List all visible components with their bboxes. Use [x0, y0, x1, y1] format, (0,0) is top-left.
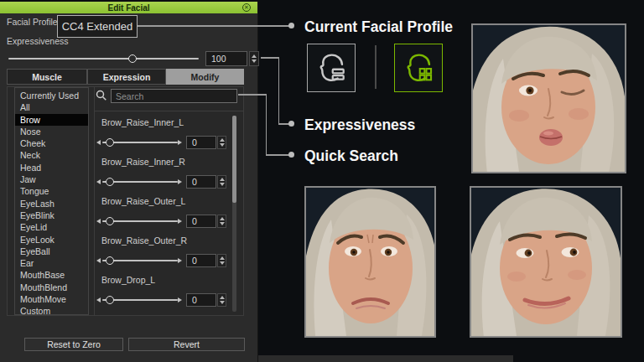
slider-value: 0 — [192, 137, 197, 147]
category-item[interactable]: Neck — [15, 149, 88, 161]
revert-button[interactable]: Revert — [128, 338, 245, 351]
slider-handle[interactable] — [106, 256, 114, 265]
slider-handle[interactable] — [106, 296, 114, 304]
panel-title: Edit Facial — [107, 3, 149, 13]
category-item[interactable]: Ear — [15, 257, 88, 269]
category-item[interactable]: MouthBlend — [15, 282, 88, 293]
tab-muscle[interactable]: Muscle — [7, 69, 87, 85]
tab-label: Modify — [191, 72, 220, 82]
slider-stepper[interactable] — [217, 175, 226, 189]
slider-stepper[interactable] — [217, 293, 226, 307]
slider-value-field[interactable]: 0 — [186, 293, 216, 307]
button-label: Reset to Zero — [47, 339, 101, 349]
annotation-quick-search: Quick Search — [304, 147, 398, 165]
slider-handle[interactable] — [106, 178, 114, 186]
stepper-up-icon[interactable] — [220, 138, 225, 142]
stepper-up-icon[interactable] — [220, 256, 225, 260]
slider-stepper[interactable] — [217, 215, 226, 228]
slider-value-field[interactable]: 0 — [186, 136, 216, 149]
slider-left-arrow-icon[interactable] — [96, 219, 101, 224]
stepper-up-icon[interactable] — [220, 178, 225, 181]
slider-left-arrow-icon[interactable] — [96, 179, 101, 184]
preview-image-smile — [470, 186, 622, 338]
category-item[interactable]: EyeBall — [15, 246, 88, 257]
slider-left-arrow-icon[interactable] — [96, 140, 101, 145]
category-item[interactable]: MouthBase — [15, 269, 88, 281]
slider-handle[interactable] — [106, 138, 114, 147]
slider-left-arrow-icon[interactable] — [96, 258, 101, 263]
connector-line — [278, 57, 280, 124]
category-item-selected[interactable]: Brow — [15, 114, 88, 126]
slider-value-field[interactable]: 0 — [186, 254, 216, 267]
category-item[interactable]: EyeLash — [15, 198, 88, 209]
category-item[interactable]: Head — [15, 162, 88, 173]
window-bottom-strip — [258, 355, 513, 362]
standard-profile-icon-box — [307, 44, 356, 92]
slider-value-field[interactable]: 0 — [186, 175, 216, 189]
slider-value: 0 — [192, 177, 197, 187]
slider-label: Brow_Raise_Outer_L — [101, 196, 227, 206]
tab-expression[interactable]: Expression — [87, 69, 166, 85]
slider-stepper[interactable] — [217, 254, 226, 267]
slider-value: 0 — [192, 216, 197, 226]
slider-right-arrow-icon[interactable] — [178, 179, 182, 184]
category-item[interactable]: Jaw — [15, 173, 88, 185]
stepper-down-icon[interactable] — [252, 59, 257, 63]
connector-line — [266, 154, 292, 156]
stepper-up-icon[interactable] — [220, 217, 225, 220]
face-profile-grid-icon — [401, 50, 436, 85]
connector-bullet — [288, 152, 294, 158]
slider-right-arrow-icon[interactable] — [178, 219, 182, 224]
annotation-current-facial-profile: Current Facial Profile — [304, 18, 453, 36]
facial-profile-label: Facial Profile : — [7, 17, 63, 27]
expressiveness-value: 100 — [211, 54, 226, 64]
stepper-down-icon[interactable] — [220, 261, 225, 265]
slider-right-arrow-icon[interactable] — [178, 297, 182, 303]
category-item[interactable]: EyeLid — [15, 221, 88, 233]
category-item[interactable]: All — [15, 101, 88, 113]
stepper-down-icon[interactable] — [220, 143, 225, 147]
slider-stepper[interactable] — [217, 136, 226, 149]
facial-profile-value: CC4 Extended — [62, 20, 133, 33]
expressiveness-slider-handle[interactable] — [128, 54, 137, 63]
stepper-down-icon[interactable] — [220, 222, 225, 225]
stepper-down-icon[interactable] — [220, 183, 225, 186]
connector-bullet — [288, 23, 294, 28]
content-divider — [94, 87, 95, 315]
reset-to-zero-button[interactable]: Reset to Zero — [24, 338, 123, 351]
edit-facial-panel: Edit Facial ✕ Facial Profile : Expressiv… — [0, 2, 258, 362]
category-item[interactable]: Cheek — [15, 137, 88, 149]
connector-line — [238, 94, 267, 96]
category-item[interactable]: Nose — [15, 126, 88, 137]
screen: Edit Facial ✕ Facial Profile : Expressiv… — [0, 0, 644, 362]
expressiveness-slider-track[interactable] — [8, 58, 199, 59]
panel-titlebar[interactable]: Edit Facial ✕ — [0, 2, 257, 13]
connector-bullet — [288, 121, 294, 127]
category-item[interactable]: Tongue — [15, 185, 88, 197]
preview-image-worried — [304, 186, 436, 338]
close-icon[interactable]: ✕ — [242, 3, 251, 12]
slider-value-field[interactable]: 0 — [186, 215, 216, 228]
stepper-up-icon[interactable] — [220, 296, 225, 299]
slider-handle[interactable] — [106, 217, 114, 225]
tab-modify[interactable]: Modify — [166, 69, 244, 85]
connector-line — [138, 25, 291, 27]
category-item[interactable]: Custom — [15, 305, 88, 317]
scrollbar-thumb[interactable] — [232, 116, 236, 203]
icon-divider — [375, 45, 377, 89]
expressiveness-value-field[interactable]: 100 — [205, 51, 247, 66]
connector-line — [266, 94, 267, 155]
search-input[interactable] — [111, 89, 237, 103]
stepper-up-icon[interactable] — [252, 54, 257, 58]
category-item[interactable]: Currently Used — [15, 90, 88, 101]
category-item[interactable]: EyeLook — [15, 234, 88, 246]
slider-left-arrow-icon[interactable] — [96, 297, 101, 303]
slider-right-arrow-icon[interactable] — [178, 140, 182, 145]
category-item[interactable]: EyeBlink — [15, 209, 88, 221]
slider-label: Brow_Raise_Outer_R — [101, 235, 227, 246]
expressiveness-stepper[interactable] — [249, 51, 259, 66]
slider-right-arrow-icon[interactable] — [178, 258, 182, 263]
stepper-down-icon[interactable] — [220, 301, 225, 304]
category-item[interactable]: MouthMove — [15, 293, 88, 305]
face-profile-list-icon — [314, 50, 349, 85]
